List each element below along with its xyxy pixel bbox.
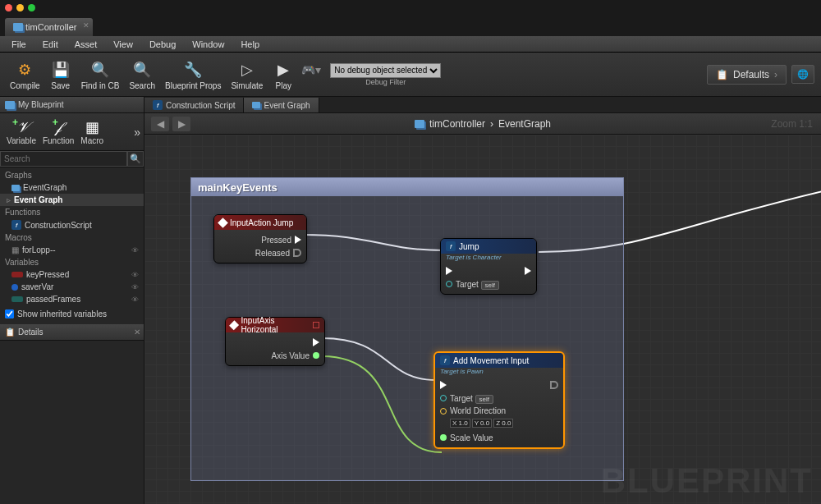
expand-panel-button[interactable]: » — [134, 126, 140, 139]
save-button[interactable]: 💾 Save — [45, 55, 76, 94]
vector-pin[interactable] — [440, 408, 447, 415]
function-icon: f — [446, 241, 456, 251]
compile-button[interactable]: ⚙ Compile — [5, 55, 45, 94]
graph-area: f Construction Script Event Graph ◀ ▶ ti… — [144, 97, 821, 504]
visibility-icon[interactable]: 👁 — [131, 296, 139, 304]
menu-help[interactable]: Help — [232, 39, 268, 49]
visibility-icon[interactable]: 👁 — [131, 246, 139, 254]
window-tab-bar: timController ✕ — [0, 15, 821, 36]
visibility-icon[interactable]: 👁 — [131, 283, 139, 291]
exec-in-pin[interactable] — [440, 381, 447, 389]
tree-var-keypressed[interactable]: keyPressed👁 — [0, 268, 144, 281]
tab-event-graph[interactable]: Event Graph — [244, 98, 319, 112]
gear-icon: ⚙ — [14, 59, 35, 80]
simulate-button[interactable]: ▷ Simulate — [226, 55, 268, 94]
tab-construction-script[interactable]: f Construction Script — [144, 98, 244, 112]
target-pin[interactable] — [446, 281, 452, 287]
blueprint-props-button[interactable]: 🔧 Blueprint Props — [160, 55, 226, 94]
macro-icon: ▦ — [11, 245, 19, 254]
play-dropdown-button[interactable]: 🎮▾ — [299, 55, 323, 94]
search-input[interactable] — [0, 151, 127, 167]
exec-in-pin[interactable] — [446, 267, 452, 275]
show-inherited-checkbox[interactable] — [5, 309, 14, 318]
tree-eventgraph[interactable]: EventGraph — [0, 181, 144, 194]
details-panel: 📋 Details ✕ — [0, 324, 144, 341]
node-add-movement-input[interactable]: fAdd Movement Input Target is Pawn Targe… — [433, 351, 565, 449]
menu-bar: File Edit Asset View Debug Window Help — [0, 36, 821, 53]
tree-var-passedframes[interactable]: passedFrames👁 — [0, 293, 144, 305]
var-type-int-icon — [11, 296, 23, 302]
show-inherited-row[interactable]: Show inherited variables — [0, 307, 144, 321]
var-type-object-icon — [11, 284, 18, 291]
menu-debug[interactable]: Debug — [141, 39, 184, 49]
find-button[interactable]: 🔍 Find in CB — [76, 55, 125, 94]
world-button[interactable]: 🌐 — [791, 65, 814, 84]
expand-arrow-icon: ▹ — [7, 195, 11, 204]
graph-icon — [252, 102, 260, 108]
node-input-axis-horizontal[interactable]: InputAxis Horizontal Axis Value — [225, 317, 325, 366]
exec-out-pin[interactable] — [525, 267, 531, 275]
window-tab-title: timController — [25, 22, 76, 32]
graph-tab-bar: f Construction Script Event Graph — [144, 97, 821, 113]
node-input-action-jump[interactable]: InputAction Jump Pressed Released — [213, 214, 307, 263]
nav-back-button[interactable]: ◀ — [151, 117, 169, 131]
section-graphs: Graphs — [0, 169, 144, 181]
event-icon — [229, 320, 239, 330]
exec-out-pin[interactable] — [313, 338, 319, 346]
defaults-button[interactable]: 📋 Defaults › — [707, 65, 787, 85]
visibility-icon[interactable]: 👁 — [131, 271, 139, 279]
os-titlebar — [0, 0, 821, 15]
minimize-window-button[interactable] — [16, 4, 24, 11]
nav-forward-button[interactable]: ▶ — [172, 117, 190, 131]
my-blueprint-tab[interactable]: My Blueprint — [0, 97, 144, 113]
graph-canvas[interactable]: mainKeyEvents InputAction Jump Pressed R… — [144, 135, 821, 504]
exec-out-pin[interactable] — [293, 249, 301, 257]
close-icon[interactable]: ✕ — [134, 328, 140, 337]
var-type-bool-icon — [11, 272, 23, 277]
close-tab-icon[interactable]: ✕ — [83, 21, 89, 30]
add-macro-button[interactable]: ▦ Macro — [77, 118, 107, 145]
section-variables: Variables — [0, 256, 144, 268]
defaults-icon: 📋 — [716, 69, 728, 80]
zoom-window-button[interactable] — [28, 4, 35, 11]
exec-out-pin[interactable] — [295, 236, 301, 244]
search-icon[interactable]: 🔍 — [127, 151, 144, 167]
exec-out-pin[interactable] — [550, 381, 558, 389]
function-icon: f — [440, 355, 450, 365]
menu-window[interactable]: Window — [184, 39, 232, 49]
play-outline-icon: ▷ — [236, 59, 258, 80]
search-button[interactable]: 🔍 Search — [124, 55, 160, 94]
float-out-pin[interactable] — [313, 352, 319, 359]
breadcrumb-child[interactable]: EventGraph — [498, 118, 551, 130]
menu-edit[interactable]: Edit — [34, 39, 67, 49]
comment-title[interactable]: mainKeyEvents — [191, 178, 623, 196]
tree-event-graph-expanded[interactable]: ▹ Event Graph — [0, 194, 144, 206]
chevron-right-icon: › — [490, 118, 493, 130]
debug-object-select[interactable]: No debug object selected — [330, 63, 441, 78]
menu-view[interactable]: View — [105, 39, 141, 49]
menu-asset[interactable]: Asset — [67, 39, 106, 49]
section-macros: Macros — [0, 231, 144, 244]
target-pin[interactable] — [440, 395, 447, 401]
close-window-button[interactable] — [5, 4, 12, 11]
wrench-icon: 🔧 — [182, 59, 204, 80]
graph-header: ◀ ▶ timController › EventGraph Zoom 1:1 — [144, 113, 821, 135]
node-jump[interactable]: fJump Target is Character Target self — [440, 238, 537, 295]
menu-file[interactable]: File — [3, 39, 34, 49]
breadcrumb-parent[interactable]: timController — [429, 118, 485, 130]
tree-construction-script[interactable]: fConstructionScript — [0, 218, 144, 231]
float-in-pin[interactable] — [440, 434, 447, 441]
window-tab[interactable]: timController ✕ — [5, 18, 93, 36]
section-functions: Functions — [0, 206, 144, 218]
debug-filter: No debug object selected Debug Filter — [330, 63, 441, 86]
add-function-button[interactable]: +𝒻 Function — [39, 119, 77, 145]
chevron-right-icon: › — [774, 69, 777, 80]
details-tab[interactable]: 📋 Details ✕ — [0, 324, 144, 341]
tree-forlopp[interactable]: ▦forLopp--👁 — [0, 244, 144, 256]
tree-var-savervar[interactable]: saverVar👁 — [0, 281, 144, 293]
debug-filter-label: Debug Filter — [365, 78, 406, 86]
zoom-indicator: Zoom 1:1 — [771, 118, 813, 130]
search-icon: 🔍 — [131, 59, 153, 80]
add-variable-button[interactable]: +𝒱 Variable — [3, 119, 39, 145]
play-button[interactable]: ▶ Play — [268, 55, 299, 94]
